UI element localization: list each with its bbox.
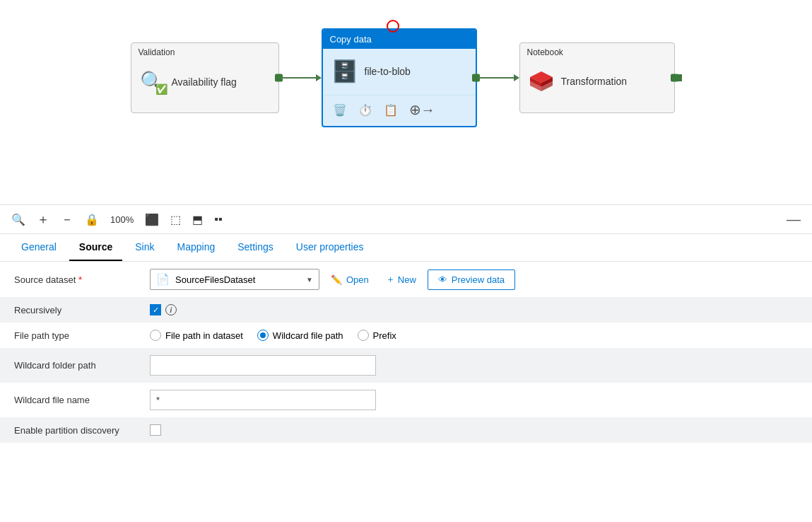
file-path-type-control: File path in dataset Wildcard file path … [150,330,798,341]
radio-file-path-in-dataset[interactable]: File path in dataset [150,330,243,341]
source-dataset-control: 📄 SourceFilesDataset ▼ ✏️ Open ＋ New 👁 P… [150,269,798,290]
pipeline-row: Validation 🔍✅ Availability flag Copy dat… [0,28,812,127]
wildcard-folder-input[interactable] [150,355,376,376]
validation-node-body: 🔍✅ Availability flag [131,60,278,103]
copy-node-label: file-to-blob [365,66,411,77]
notebook-icon [529,70,554,93]
notebook-node-title: Notebook [520,43,674,60]
add-icon[interactable]: ＋ [37,211,49,228]
recursively-row: Recursively ✓ i [0,297,812,323]
validation-node-label: Availability flag [172,76,237,88]
copy-node-actions: 🗑️ ⏱️ 📋 ⊕→ [323,95,476,124]
arrow-head-2 [514,74,519,81]
lock-icon[interactable]: 🔒 [85,213,99,226]
partition-checkbox[interactable] [150,424,161,436]
connector-1 [279,74,322,81]
tabs-bar: General Source Sink Mapping Settings Use… [0,234,812,262]
recursively-control: ✓ i [150,304,798,315]
new-button[interactable]: ＋ New [380,269,422,289]
notebook-right-connector [671,74,678,82]
wildcard-folder-row: Wildcard folder path [0,348,812,383]
radio-wildcard-circle[interactable] [257,330,269,341]
radio-prefix[interactable]: Prefix [358,330,396,341]
tab-source[interactable]: Source [69,234,122,261]
wildcard-file-row: Wildcard file name [0,383,812,417]
preview-data-button[interactable]: 👁 Preview data [428,269,515,290]
select-icon[interactable]: ⬚ [170,213,181,226]
open-button[interactable]: ✏️ Open [325,271,375,289]
radio-wildcard-label: Wildcard file path [273,330,343,341]
copy-node-error-indicator [387,20,399,33]
preview-icon: 👁 [438,274,447,285]
tab-mapping[interactable]: Mapping [167,234,225,261]
arrow-head-1 [316,74,322,81]
wildcard-file-input[interactable] [150,390,376,410]
properties-panel: Source dataset * 📄 SourceFilesDataset ▼ … [0,262,812,443]
validation-node-title: Validation [131,43,278,60]
copy-node-title: Copy data [323,30,476,49]
tab-general[interactable]: General [11,234,66,261]
copy-node[interactable]: Copy data 🗄️ file-to-blob 🗑️ ⏱️ 📋 ⊕→ [322,28,477,127]
dataset-value: SourceFilesDataset [175,274,300,285]
layout-icon[interactable]: ▪▪ [214,213,222,226]
validation-node[interactable]: Validation 🔍✅ Availability flag [131,42,279,113]
radio-prefix-circle[interactable] [358,330,369,341]
pipeline-canvas: Validation 🔍✅ Availability flag Copy dat… [0,0,812,205]
activity-icon[interactable]: ⏱️ [355,100,375,120]
minus-icon[interactable]: － [61,211,73,228]
fit-screen-icon[interactable]: ⬛ [145,213,159,226]
dropdown-chevron-icon: ▼ [306,276,313,284]
radio-wildcard-file-path[interactable]: Wildcard file path [257,330,343,341]
copy-node-icon: 🗄️ [331,59,358,83]
auto-layout-icon[interactable]: ⬒ [192,213,203,226]
collapse-icon[interactable]: — [787,211,801,228]
search-toolbar-icon[interactable]: 🔍 [11,213,25,226]
delete-icon[interactable]: 🗑️ [330,100,350,120]
source-dataset-label: Source dataset * [14,274,141,285]
plus-icon: ＋ [386,273,395,286]
notebook-node-body: Transformation [520,60,674,103]
tab-settings[interactable]: Settings [228,234,283,261]
recursively-label: Recursively [14,305,141,315]
canvas-toolbar: 🔍 ＋ － 🔒 100% ⬛ ⬚ ⬒ ▪▪ — [0,205,812,234]
arrow-line-2 [477,77,514,79]
wildcard-folder-label: Wildcard folder path [14,360,141,371]
partition-label: Enable partition discovery [14,425,141,436]
file-path-type-row: File path type File path in dataset Wild… [0,323,812,348]
connector-2 [477,74,519,81]
file-path-type-label: File path type [14,330,141,341]
source-dataset-row: Source dataset * 📄 SourceFilesDataset ▼ … [0,262,812,297]
clone-icon[interactable]: 📋 [381,100,401,120]
tab-user-properties[interactable]: User properties [286,234,374,261]
connect-icon[interactable]: ⊕→ [406,98,438,121]
radio-dataset-circle[interactable] [150,330,161,341]
wildcard-folder-control [150,355,798,376]
partition-control [150,424,798,436]
radio-prefix-label: Prefix [373,330,396,341]
copy-node-body: 🗄️ file-to-blob [323,49,476,93]
notebook-node[interactable]: Notebook Transformation [519,42,675,113]
dataset-dropdown[interactable]: 📄 SourceFilesDataset ▼ [150,269,319,290]
edit-icon: ✏️ [331,274,342,285]
recursively-info-icon[interactable]: i [165,304,177,315]
required-star: * [78,274,82,285]
partition-row: Enable partition discovery [0,417,812,443]
validation-icon: 🔍✅ [140,70,165,93]
wildcard-file-control [150,390,798,410]
recursively-checkbox[interactable]: ✓ [150,304,161,315]
arrow-line-1 [279,77,316,79]
wildcard-file-label: Wildcard file name [14,395,141,405]
notebook-node-label: Transformation [561,76,628,87]
tab-sink[interactable]: Sink [125,234,164,261]
dataset-icon: 📄 [156,273,170,286]
radio-dataset-label: File path in dataset [165,330,243,341]
zoom-level[interactable]: 100% [110,214,134,225]
